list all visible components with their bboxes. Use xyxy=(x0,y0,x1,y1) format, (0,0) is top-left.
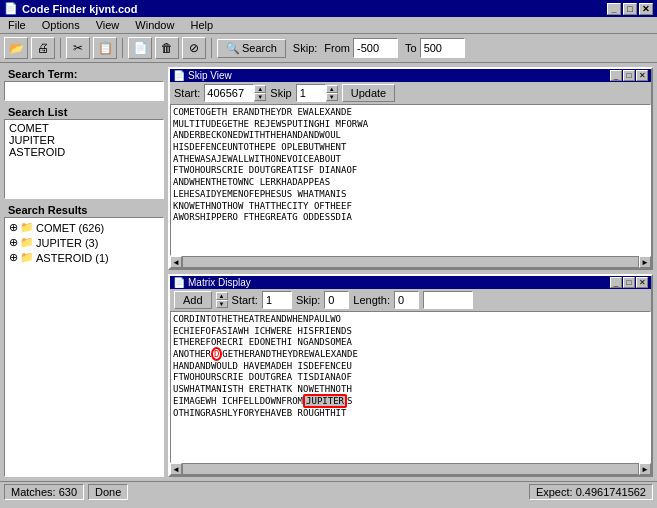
folder-icon-asteroid: 📁 xyxy=(20,251,34,264)
start-spin-up[interactable]: ▲ xyxy=(254,85,266,93)
minimize-button[interactable]: _ xyxy=(607,3,621,15)
skip-spin-down[interactable]: ▼ xyxy=(326,93,338,101)
menu-view[interactable]: View xyxy=(92,18,124,32)
search-term-section: Search Term: xyxy=(4,67,164,101)
skip-view-toolbar: Start: ▲ ▼ Skip ▲ ▼ Update xyxy=(170,82,651,104)
menu-help[interactable]: Help xyxy=(186,18,217,32)
matrix-scroll-left[interactable]: ◄ xyxy=(170,463,182,475)
search-icon: 🔍 xyxy=(226,42,240,55)
scroll-left-btn[interactable]: ◄ xyxy=(170,256,182,268)
expect-label: Expect: xyxy=(536,486,573,498)
start-spin-down[interactable]: ▼ xyxy=(254,93,266,101)
matrix-scroll-track[interactable] xyxy=(182,463,639,475)
matrix-maximize[interactable]: □ xyxy=(623,277,635,288)
matrix-skip-input[interactable] xyxy=(324,291,349,309)
matches-label: Matches: xyxy=(11,486,56,498)
skip-view-controls: _ □ ✕ xyxy=(610,70,648,81)
maximize-button[interactable]: □ xyxy=(623,3,637,15)
matrix-minimize[interactable]: _ xyxy=(610,277,622,288)
left-panel: Search Term: Search List COMET JUPITER A… xyxy=(4,67,164,477)
result-comet[interactable]: ⊕ 📁 COMET (626) xyxy=(7,220,161,235)
skip-view-minimize[interactable]: _ xyxy=(610,70,622,81)
start-spin[interactable]: ▲ ▼ xyxy=(254,85,266,101)
search-results-label: Search Results xyxy=(4,203,164,217)
matrix-controls: _ □ ✕ xyxy=(610,277,648,288)
right-panel: 📄 Skip View _ □ ✕ Start: ▲ ▼ xyxy=(168,67,653,477)
skip-view-close[interactable]: ✕ xyxy=(636,70,648,81)
list-item-asteroid[interactable]: ASTEROID xyxy=(7,146,161,158)
result-asteroid-label: ASTEROID (1) xyxy=(36,252,109,264)
matrix-extra-input[interactable] xyxy=(423,291,473,309)
matches-section: Matches: 630 xyxy=(4,484,84,500)
skip-input-wrap: ▲ ▼ xyxy=(296,84,338,102)
add-spin[interactable]: ▲ ▼ xyxy=(216,292,228,308)
list-item-jupiter[interactable]: JUPITER xyxy=(7,134,161,146)
skip-view-title-left: 📄 Skip View xyxy=(173,70,232,81)
matrix-start-input[interactable] xyxy=(262,291,292,309)
done-label: Done xyxy=(95,486,121,498)
skip-start-label: Start: xyxy=(174,87,200,99)
to-label: To xyxy=(405,42,417,54)
skip-spin[interactable]: ▲ ▼ xyxy=(326,85,338,101)
skip-spin-up[interactable]: ▲ xyxy=(326,85,338,93)
toolbar-separator-2 xyxy=(122,38,123,58)
menu-file[interactable]: File xyxy=(4,18,30,32)
folder-icon-comet: 📁 xyxy=(20,221,34,234)
matrix-title: Matrix Display xyxy=(188,277,251,288)
search-list-section: Search List COMET JUPITER ASTEROID xyxy=(4,105,164,199)
search-button[interactable]: 🔍 Search xyxy=(217,39,286,58)
matrix-scrollbar-h[interactable]: ◄ ► xyxy=(170,463,651,475)
result-asteroid[interactable]: ⊕ 📁 ASTEROID (1) xyxy=(7,250,161,265)
add-button[interactable]: Add xyxy=(174,291,212,309)
skip-view-title-bar: 📄 Skip View _ □ ✕ xyxy=(170,69,651,82)
skip-start-input[interactable] xyxy=(204,84,254,102)
search-term-label: Search Term: xyxy=(4,67,164,81)
result-comet-label: COMET (626) xyxy=(36,222,104,234)
result-jupiter-label: JUPITER (3) xyxy=(36,237,98,249)
close-button[interactable]: ✕ xyxy=(639,3,653,15)
search-results-box[interactable]: ⊕ 📁 COMET (626) ⊕ 📁 JUPITER (3) ⊕ 📁 ASTE… xyxy=(4,217,164,477)
matrix-title-left: 📄 Matrix Display xyxy=(173,277,251,288)
search-list-box[interactable]: COMET JUPITER ASTEROID xyxy=(4,119,164,199)
result-jupiter[interactable]: ⊕ 📁 JUPITER (3) xyxy=(7,235,161,250)
new-button[interactable]: 📄 xyxy=(128,37,152,59)
start-input-wrap: ▲ ▼ xyxy=(204,84,266,102)
expand-icon-jupiter: ⊕ xyxy=(9,236,18,249)
matrix-length-input[interactable] xyxy=(394,291,419,309)
search-results-section: Search Results ⊕ 📁 COMET (626) ⊕ 📁 JUPIT… xyxy=(4,203,164,477)
skip-from-input[interactable] xyxy=(353,38,398,58)
copy-button[interactable]: 📋 xyxy=(93,37,117,59)
delete-button[interactable]: 🗑 xyxy=(155,37,179,59)
toolbar-separator-3 xyxy=(211,38,212,58)
search-term-input[interactable] xyxy=(4,81,164,101)
skip-view-scrollbar-h[interactable]: ◄ ► xyxy=(170,256,651,268)
matrix-icon: 📄 xyxy=(173,277,185,288)
matrix-title-bar: 📄 Matrix Display _ □ ✕ xyxy=(170,276,651,289)
main-area: Search Term: Search List COMET JUPITER A… xyxy=(0,63,657,481)
skip-view-window: 📄 Skip View _ □ ✕ Start: ▲ ▼ xyxy=(168,67,653,270)
menu-options[interactable]: Options xyxy=(38,18,84,32)
matrix-scroll-right[interactable]: ► xyxy=(639,463,651,475)
skip-label: Skip: xyxy=(293,42,317,54)
open-button[interactable]: 📂 xyxy=(4,37,28,59)
cut-button[interactable]: ✂ xyxy=(66,37,90,59)
menu-window[interactable]: Window xyxy=(131,18,178,32)
skip-view-title: Skip View xyxy=(188,70,232,81)
list-item-comet[interactable]: COMET xyxy=(7,122,161,134)
skip-view-maximize[interactable]: □ xyxy=(623,70,635,81)
add-spin-up[interactable]: ▲ xyxy=(216,292,228,300)
matrix-start-label: Start: xyxy=(232,294,258,306)
add-spin-down[interactable]: ▼ xyxy=(216,300,228,308)
skip-to-input[interactable] xyxy=(420,38,465,58)
skip-skip-input[interactable] xyxy=(296,84,326,102)
print-button[interactable]: 🖨 xyxy=(31,37,55,59)
matrix-close[interactable]: ✕ xyxy=(636,277,648,288)
stop-button[interactable]: ⊘ xyxy=(182,37,206,59)
scroll-right-btn[interactable]: ► xyxy=(639,256,651,268)
update-button[interactable]: Update xyxy=(342,84,395,102)
toolbar: 📂 🖨 ✂ 📋 📄 🗑 ⊘ 🔍 Search Skip: From To xyxy=(0,34,657,63)
skip-view-text: COMETOGETH ERANDTHEYDR EWALEXANDE MULTIT… xyxy=(170,104,651,256)
title-bar-controls: _ □ ✕ xyxy=(607,3,653,15)
scroll-track[interactable] xyxy=(182,256,639,268)
matrix-skip-label: Skip: xyxy=(296,294,320,306)
